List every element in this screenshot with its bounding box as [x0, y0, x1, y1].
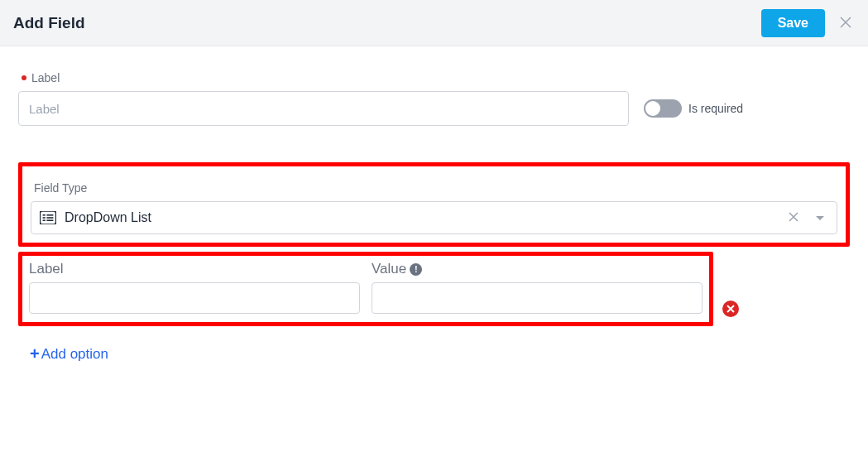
option-input-row: [29, 282, 703, 314]
option-label-text: Label: [29, 261, 64, 277]
field-type-highlight: Field Type DropDown List: [18, 162, 850, 247]
option-row-highlight: Label Value !: [18, 252, 713, 326]
remove-option-icon[interactable]: [722, 301, 739, 317]
field-type-value: DropDown List: [65, 210, 775, 225]
label-input-row: Is required: [18, 91, 850, 126]
caret-down-icon[interactable]: [812, 210, 828, 225]
field-type-label: Field Type: [31, 181, 837, 195]
info-icon: !: [410, 263, 422, 276]
option-value-input[interactable]: [372, 282, 703, 314]
header-actions: Save: [761, 9, 855, 37]
option-label-header: Label: [29, 261, 360, 277]
field-type-select[interactable]: DropDown List: [31, 201, 837, 234]
close-icon[interactable]: [837, 10, 855, 36]
dialog-title: Add Field: [13, 14, 85, 32]
option-value-text: Value: [372, 261, 406, 277]
dialog-header: Add Field Save: [0, 0, 868, 46]
save-button[interactable]: Save: [761, 9, 825, 37]
required-indicator-icon: [22, 75, 26, 80]
clear-selection-icon[interactable]: [784, 210, 803, 225]
add-option-label: Add option: [41, 346, 108, 363]
label-field-label-row: Label: [18, 71, 850, 84]
label-field-label: Label: [31, 71, 60, 84]
is-required-label: Is required: [688, 102, 743, 115]
option-value-header: Value !: [372, 261, 703, 277]
dialog-content: Label Is required Field Type DropDown Li…: [0, 46, 868, 363]
is-required-toggle[interactable]: [644, 99, 682, 118]
label-input[interactable]: [18, 91, 629, 126]
option-header-row: Label Value !: [29, 261, 703, 277]
is-required-toggle-group: Is required: [644, 99, 743, 118]
option-label-input[interactable]: [29, 282, 360, 314]
plus-icon: +: [30, 344, 40, 363]
add-option-button[interactable]: + Add option: [30, 344, 108, 363]
list-icon: [40, 211, 56, 224]
